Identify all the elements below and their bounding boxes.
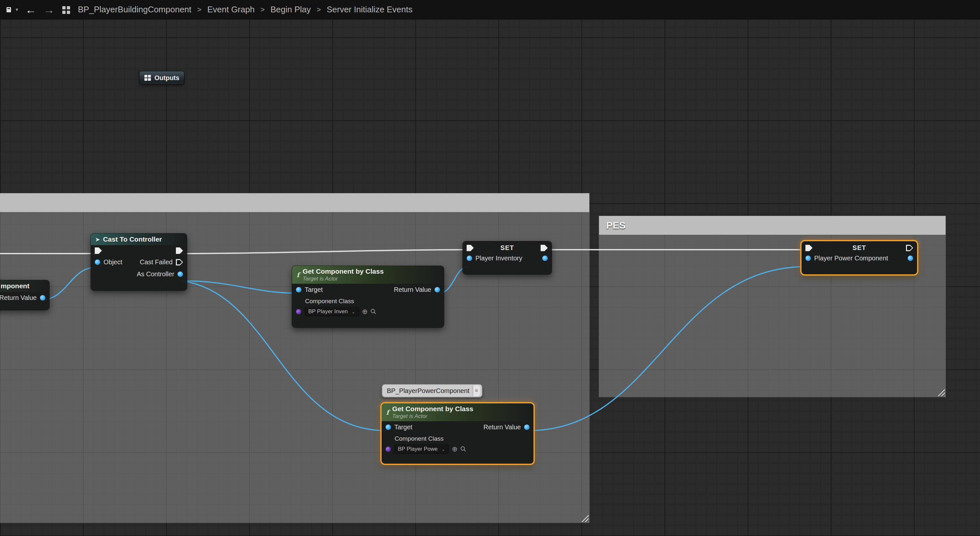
- exec-out-pin[interactable]: [906, 245, 913, 251]
- grid-icon: [144, 75, 151, 81]
- search-icon[interactable]: [370, 308, 377, 315]
- node-title-bubble[interactable]: BP_PlayerPowerComponent ≡: [382, 384, 482, 398]
- panel-icon: [6, 6, 14, 13]
- add-icon[interactable]: ⊕: [452, 445, 458, 453]
- component-class-dropdown[interactable]: BP Player Powe ⌄: [394, 444, 449, 454]
- node-title: SET: [813, 244, 906, 252]
- exec-out-pin[interactable]: [176, 247, 183, 254]
- pin-label: Object: [103, 258, 123, 266]
- comment-resize-handle[interactable]: [580, 514, 589, 522]
- bubble-toggle-icon[interactable]: ≡: [473, 385, 480, 396]
- outputs-node[interactable]: Outputs: [140, 71, 184, 84]
- breadcrumb-item-begin-play[interactable]: Begin Play: [270, 5, 311, 14]
- node-header[interactable]: f Get Component by Class Target is Actor: [292, 266, 444, 284]
- blueprint-graph-canvas[interactable]: PES Outputs mponent Return Value: [0, 0, 980, 536]
- comment-title-bar[interactable]: PES: [599, 216, 946, 235]
- return-value-pin[interactable]: [40, 295, 45, 301]
- exec-in-pin[interactable]: [467, 245, 474, 251]
- player-power-component-pin[interactable]: [805, 255, 811, 261]
- breadcrumb-bar: ▾ ← → BP_PlayerBuildingComponent > Event…: [0, 0, 980, 19]
- bubble-text: BP_PlayerPowerComponent: [387, 387, 469, 395]
- pin-label: Target: [305, 286, 323, 293]
- target-pin[interactable]: [385, 425, 391, 430]
- target-pin[interactable]: [296, 287, 301, 292]
- dropdown-value: BP Player Inven: [308, 308, 348, 315]
- cast-to-controller-node[interactable]: ➤ Cast To Controller Object Cast Failed …: [91, 233, 187, 290]
- node-header[interactable]: f Get Component by Class Target is Actor: [382, 403, 533, 421]
- pin-label: Return Value: [484, 423, 521, 431]
- comment-title-bar[interactable]: [0, 193, 589, 212]
- component-class-label: Component Class: [382, 433, 533, 442]
- node-subtitle: Target is Actor: [392, 413, 473, 420]
- breadcrumb-separator: >: [261, 6, 265, 14]
- return-value-pin[interactable]: [524, 425, 530, 430]
- pin-label: Player Power Component: [814, 255, 888, 262]
- set-player-inventory-node[interactable]: SET Player Inventory: [463, 241, 552, 274]
- node-header[interactable]: ➤ Cast To Controller: [91, 233, 187, 245]
- search-icon[interactable]: [460, 446, 467, 452]
- node-title: mponent: [1, 282, 30, 290]
- graph-icon: [62, 6, 71, 14]
- node-title: Get Component by Class: [392, 405, 473, 412]
- player-inventory-pin[interactable]: [467, 255, 472, 261]
- comment-title: PES: [606, 220, 626, 231]
- breadcrumb-item-event-graph[interactable]: Event Graph: [207, 5, 255, 14]
- breadcrumb-separator: >: [197, 6, 202, 14]
- component-class-pin[interactable]: [296, 309, 301, 314]
- function-icon: f: [297, 271, 299, 279]
- output-value-pin[interactable]: [908, 255, 913, 261]
- node-title: Cast To Controller: [103, 235, 162, 243]
- forward-button[interactable]: →: [43, 4, 54, 15]
- back-button[interactable]: ←: [25, 4, 37, 15]
- component-class-label: Component Class: [292, 296, 444, 305]
- breadcrumb-separator: >: [317, 6, 321, 14]
- chevron-down-icon: ▾: [16, 6, 18, 13]
- breadcrumb-item-server-initialize[interactable]: Server Initialize Events: [327, 5, 412, 14]
- exec-in-pin[interactable]: [95, 247, 102, 254]
- pin-label: Return Value: [0, 294, 37, 301]
- return-value-pin[interactable]: [434, 287, 440, 292]
- node-header[interactable]: SET: [802, 241, 917, 252]
- breadcrumb-item-blueprint[interactable]: BP_PlayerBuildingComponent: [78, 5, 191, 14]
- function-icon: f: [386, 409, 389, 416]
- comment-resize-handle[interactable]: [937, 388, 945, 396]
- add-icon[interactable]: ⊕: [362, 308, 368, 316]
- exec-out-pin[interactable]: [541, 245, 548, 251]
- node-title: Get Component by Class: [303, 268, 384, 275]
- exec-in-pin[interactable]: [805, 245, 813, 251]
- partial-component-node[interactable]: mponent Return Value: [0, 280, 49, 310]
- node-header[interactable]: SET: [463, 241, 552, 252]
- pin-label: Cast Failed: [140, 258, 173, 266]
- component-class-pin[interactable]: [385, 447, 391, 452]
- outputs-label: Outputs: [154, 74, 180, 82]
- pin-label: Return Value: [394, 286, 431, 293]
- component-class-dropdown[interactable]: BP Player Inven ⌄: [305, 307, 359, 316]
- get-component-by-class-node-power[interactable]: f Get Component by Class Target is Actor…: [382, 403, 533, 464]
- set-player-power-node[interactable]: SET Player Power Component: [802, 241, 917, 274]
- pin-label: As Controller: [137, 270, 174, 278]
- dropdown-value: BP Player Powe: [398, 446, 438, 452]
- cast-failed-pin[interactable]: [176, 259, 183, 266]
- chevron-down-icon: ⌄: [442, 447, 445, 452]
- get-component-by-class-node-inventory[interactable]: f Get Component by Class Target is Actor…: [292, 266, 444, 328]
- object-pin[interactable]: [95, 259, 100, 265]
- node-title: SET: [474, 244, 541, 252]
- as-controller-pin[interactable]: [178, 271, 183, 277]
- cast-arrow-icon: ➤: [95, 236, 100, 243]
- pin-label: Player Inventory: [476, 255, 522, 262]
- pin-label: Target: [394, 423, 412, 431]
- output-value-pin[interactable]: [542, 255, 548, 261]
- chevron-down-icon: ⌄: [352, 309, 355, 314]
- node-subtitle: Target is Actor: [303, 276, 384, 282]
- breadcrumb: BP_PlayerBuildingComponent > Event Graph…: [78, 5, 412, 14]
- node-header[interactable]: mponent: [0, 280, 49, 292]
- graph-options-button[interactable]: ▾: [6, 6, 18, 13]
